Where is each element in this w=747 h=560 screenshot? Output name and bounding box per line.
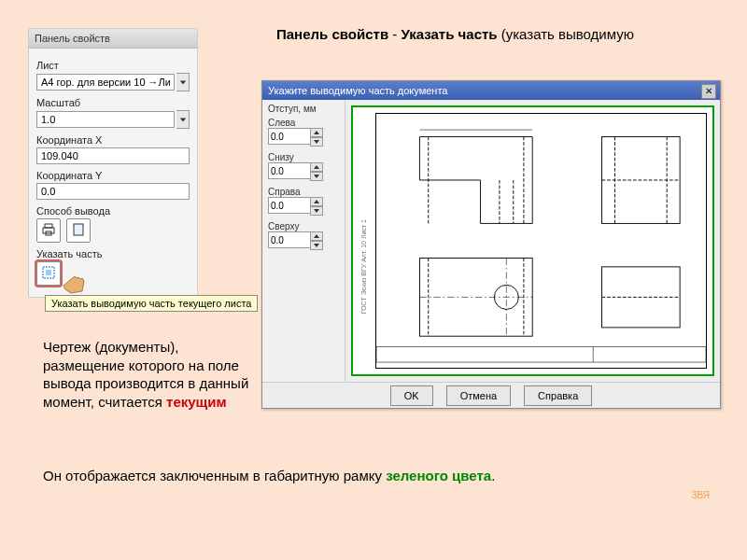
margin-top-up[interactable] — [310, 231, 323, 241]
vertical-frame-text: ГОСТ Эскиз ВГУ Алт. 10 Лист 1 — [360, 219, 370, 314]
dialog-close-button[interactable]: ✕ — [701, 84, 716, 99]
label-scale: Масштаб — [36, 97, 190, 108]
properties-panel: Панель свойств Лист Масштаб Координата X… — [28, 28, 198, 298]
margin-left-down[interactable] — [310, 137, 323, 147]
pick-part-button[interactable] — [36, 261, 61, 286]
sheet-dropdown-button[interactable] — [176, 73, 190, 91]
cancel-button[interactable]: Отмена — [446, 385, 511, 406]
page-icon — [71, 222, 86, 240]
margin-left-up[interactable] — [310, 128, 323, 137]
dialog-button-row: OK Отмена Справка — [262, 382, 720, 409]
sheet-frame — [375, 113, 707, 369]
margin-right-input[interactable] — [268, 197, 311, 214]
margin-group-label: Отступ, мм — [268, 104, 339, 114]
output-mode-page-button[interactable] — [66, 218, 91, 243]
svg-rect-1 — [43, 228, 54, 233]
label-pick-part: Указать часть — [36, 248, 190, 259]
ok-button[interactable]: OK — [390, 385, 433, 406]
margin-panel: Отступ, мм Слева Снизу Справа Сверху — [262, 100, 345, 382]
tooltip: Указать выводимую часть текущего листа — [45, 295, 258, 312]
paragraph-current-doc: Чертеж (документы), размещение которого … — [43, 338, 258, 411]
margin-left-input[interactable] — [268, 128, 311, 145]
margin-right-up[interactable] — [310, 197, 323, 206]
label-coord-x: Координата X — [36, 134, 190, 146]
heading-bold2: Указать часть — [401, 26, 497, 42]
svg-rect-0 — [45, 224, 52, 228]
svg-rect-23 — [376, 346, 706, 362]
dialog-title: Укажите выводимую часть документа — [268, 85, 447, 96]
scale-input[interactable] — [36, 111, 175, 128]
label-margin-bottom: Снизу — [268, 152, 339, 162]
close-icon: ✕ — [705, 87, 712, 96]
label-coord-y: Координата Y — [36, 170, 190, 181]
margin-top-down[interactable] — [310, 241, 323, 250]
help-button[interactable]: Справка — [524, 385, 592, 406]
margin-bottom-up[interactable] — [310, 162, 323, 172]
label-sheet: Лист — [36, 60, 190, 71]
dialog-titlebar[interactable]: Укажите выводимую часть документа ✕ — [262, 81, 720, 100]
signature: ЗВЯ — [691, 490, 710, 500]
margin-bottom-down[interactable] — [310, 172, 323, 181]
label-output-mode: Способ вывода — [36, 205, 190, 217]
scale-dropdown-button[interactable] — [176, 110, 190, 129]
svg-rect-5 — [46, 270, 51, 275]
margin-top-input[interactable] — [268, 231, 311, 248]
margin-right-down[interactable] — [310, 206, 323, 216]
select-region-icon — [41, 265, 56, 283]
coord-y-input[interactable] — [36, 183, 190, 200]
sheet-dropdown[interactable] — [36, 74, 175, 91]
svg-rect-3 — [74, 224, 83, 235]
label-margin-right: Справа — [268, 187, 339, 197]
margin-bottom-input[interactable] — [268, 162, 311, 179]
output-mode-printer-button[interactable] — [36, 218, 61, 243]
printer-icon — [41, 222, 56, 240]
heading: Панель свойств - Указать часть (указать … — [276, 26, 719, 42]
label-margin-left: Слева — [268, 118, 339, 128]
label-margin-top: Сверху — [268, 221, 339, 231]
properties-panel-title: Панель свойств — [29, 29, 197, 49]
pick-part-dialog: Укажите выводимую часть документа ✕ Отст… — [261, 80, 721, 409]
paragraph-green-frame: Он отображается заключенным в габаритную… — [43, 467, 691, 485]
heading-bold1: Панель свойств — [276, 26, 388, 42]
coord-x-input[interactable] — [36, 147, 190, 164]
preview-area: ГОСТ Эскиз ВГУ Алт. 10 Лист 1 — [351, 105, 714, 376]
